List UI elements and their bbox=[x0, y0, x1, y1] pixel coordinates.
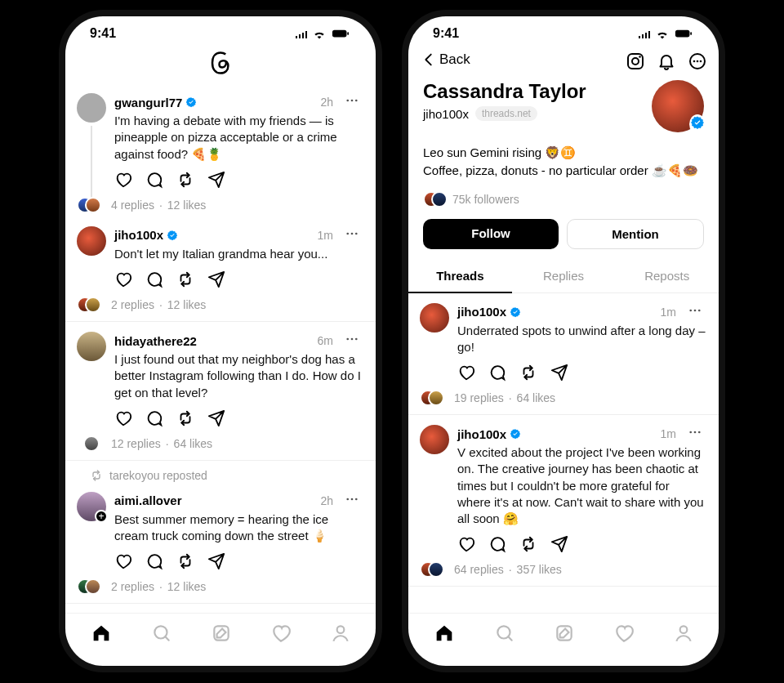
more-button[interactable] bbox=[341, 332, 363, 350]
repost-icon[interactable] bbox=[519, 535, 537, 553]
profile-header: Back bbox=[408, 46, 719, 77]
nav-activity[interactable] bbox=[270, 623, 292, 647]
comment-icon[interactable] bbox=[145, 552, 163, 570]
tab-replies[interactable]: Replies bbox=[512, 259, 616, 292]
nav-search[interactable] bbox=[151, 623, 172, 647]
likes-count[interactable]: 357 likes bbox=[517, 563, 562, 576]
like-icon[interactable] bbox=[114, 270, 132, 288]
send-icon[interactable] bbox=[550, 535, 568, 553]
profile-post[interactable]: jiho100x 1m V excited about the project … bbox=[408, 415, 719, 587]
comment-icon[interactable] bbox=[488, 535, 506, 553]
repost-icon[interactable] bbox=[176, 270, 194, 288]
more-button[interactable] bbox=[341, 226, 363, 244]
nav-home[interactable] bbox=[90, 622, 113, 648]
reply-avatars[interactable] bbox=[77, 578, 106, 595]
comment-icon[interactable] bbox=[145, 171, 163, 189]
send-icon[interactable] bbox=[207, 270, 225, 288]
reply-avatars[interactable] bbox=[77, 435, 106, 452]
post-username[interactable]: jiho100x bbox=[114, 228, 163, 242]
more-button[interactable] bbox=[341, 492, 363, 510]
verified-icon bbox=[167, 230, 178, 241]
more-button[interactable] bbox=[684, 303, 706, 321]
profile-tabs: Threads Replies Reposts bbox=[408, 259, 719, 293]
post-username[interactable]: jiho100x bbox=[457, 427, 506, 441]
avatar[interactable] bbox=[77, 93, 106, 123]
profile-avatar[interactable] bbox=[652, 80, 704, 132]
like-icon[interactable] bbox=[114, 171, 132, 189]
nav-activity[interactable] bbox=[613, 623, 635, 647]
battery-icon bbox=[673, 28, 694, 39]
like-icon[interactable] bbox=[457, 364, 475, 382]
tab-threads[interactable]: Threads bbox=[408, 259, 512, 292]
replies-count[interactable]: 64 replies bbox=[454, 563, 504, 576]
send-icon[interactable] bbox=[207, 171, 225, 189]
tab-reposts[interactable]: Reposts bbox=[615, 259, 719, 292]
threads-logo-icon[interactable] bbox=[208, 51, 233, 75]
like-icon[interactable] bbox=[457, 535, 475, 553]
repost-icon[interactable] bbox=[176, 409, 194, 427]
avatar[interactable] bbox=[77, 226, 106, 256]
like-icon[interactable] bbox=[114, 552, 132, 570]
nav-home[interactable] bbox=[433, 622, 456, 648]
comment-icon[interactable] bbox=[488, 364, 506, 382]
replies-count[interactable]: 19 replies bbox=[454, 391, 504, 404]
reposted-by[interactable]: tarekoyou reposted bbox=[109, 469, 207, 482]
post-username[interactable]: jiho100x bbox=[457, 305, 506, 319]
instagram-icon[interactable] bbox=[626, 51, 645, 71]
reply-avatars[interactable] bbox=[420, 390, 449, 406]
feed-post[interactable]: hidayathere22 6m I just found out that m… bbox=[65, 322, 376, 461]
feed-post[interactable]: gwangurl77 2h I'm having a debate with m… bbox=[65, 83, 376, 217]
likes-count[interactable]: 64 likes bbox=[517, 391, 555, 404]
like-icon[interactable] bbox=[114, 409, 132, 427]
post-username[interactable]: gwangurl77 bbox=[114, 96, 182, 109]
status-time: 9:41 bbox=[90, 26, 116, 41]
avatar[interactable] bbox=[77, 332, 106, 361]
domain-chip[interactable]: threads.net bbox=[475, 106, 537, 121]
replies-count[interactable]: 2 replies bbox=[111, 580, 154, 593]
avatar[interactable] bbox=[420, 425, 449, 454]
post-username[interactable]: aimi.allover bbox=[114, 493, 182, 507]
more-button[interactable] bbox=[341, 93, 363, 111]
send-icon[interactable] bbox=[550, 364, 568, 382]
profile-posts: jiho100x 1m Underrated spots to unwind a… bbox=[408, 293, 719, 614]
back-button[interactable]: Back bbox=[420, 51, 470, 69]
followers-row[interactable]: 75k followers bbox=[423, 191, 704, 208]
repost-icon[interactable] bbox=[176, 171, 194, 189]
comment-icon[interactable] bbox=[145, 270, 163, 288]
likes-count[interactable]: 64 likes bbox=[174, 437, 212, 450]
bell-icon[interactable] bbox=[657, 51, 676, 71]
nav-search[interactable] bbox=[494, 623, 515, 647]
likes-count[interactable]: 12 likes bbox=[167, 298, 206, 311]
likes-count[interactable]: 12 likes bbox=[167, 580, 206, 593]
follow-button[interactable]: Follow bbox=[423, 219, 559, 249]
reply-avatars[interactable] bbox=[420, 561, 449, 578]
feed-post[interactable]: + aimi.allover 2h Best summer memory = h… bbox=[65, 482, 376, 605]
avatar[interactable] bbox=[420, 303, 449, 333]
likes-count[interactable]: 12 likes bbox=[167, 199, 206, 212]
reply-avatars[interactable] bbox=[77, 297, 106, 313]
post-time: 2h bbox=[320, 494, 333, 507]
replies-count[interactable]: 2 replies bbox=[111, 298, 154, 311]
nav-compose[interactable] bbox=[554, 623, 575, 647]
profile-post[interactable]: jiho100x 1m Underrated spots to unwind a… bbox=[408, 293, 719, 416]
nav-profile[interactable] bbox=[330, 623, 351, 647]
reposted-label-row: tarekoyou reposted bbox=[65, 461, 376, 482]
post-username[interactable]: hidayathere22 bbox=[114, 334, 197, 348]
nav-profile[interactable] bbox=[673, 623, 694, 647]
replies-count[interactable]: 12 replies bbox=[111, 437, 161, 450]
follow-plus-icon[interactable]: + bbox=[95, 510, 108, 523]
replies-count[interactable]: 4 replies bbox=[111, 199, 154, 212]
feed-post[interactable]: jiho100x 1m Don't let my Italian grandma… bbox=[65, 217, 376, 322]
nav-compose[interactable] bbox=[211, 623, 232, 647]
more-button[interactable] bbox=[684, 425, 706, 443]
comment-icon[interactable] bbox=[145, 409, 163, 427]
send-icon[interactable] bbox=[207, 409, 225, 427]
send-icon[interactable] bbox=[207, 552, 225, 570]
profile-screen: 9:41 Back Cassandra Taylor jiho100x thre… bbox=[408, 16, 719, 666]
repost-icon[interactable] bbox=[176, 552, 194, 570]
mention-button[interactable]: Mention bbox=[567, 219, 704, 249]
reply-avatars[interactable] bbox=[77, 197, 106, 213]
repost-icon[interactable] bbox=[519, 364, 537, 382]
more-circle-icon[interactable] bbox=[688, 51, 707, 71]
post-time: 2h bbox=[320, 96, 333, 109]
